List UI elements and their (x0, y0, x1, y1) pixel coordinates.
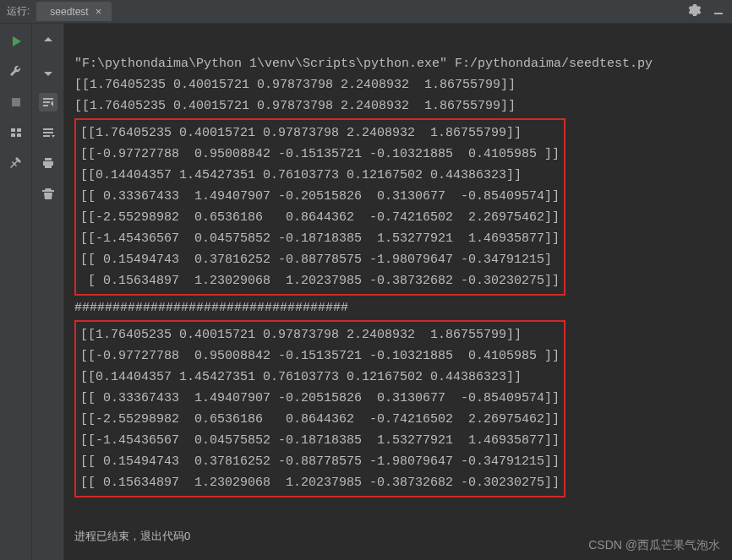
output-line: [[1.76405235 0.40015721 0.97873798 2.240… (74, 99, 516, 113)
run-label: 运行: (0, 4, 36, 19)
svg-rect-1 (12, 98, 20, 106)
print-icon[interactable] (39, 154, 57, 172)
left-toolbar-1 (0, 24, 32, 560)
tab-bar: 运行: seedtest × (0, 0, 732, 24)
minimize-icon[interactable] (712, 3, 725, 20)
console-output[interactable]: "F:\pythondaima\Python 1\venv\Scripts\py… (64, 24, 732, 560)
output-line: [[1.76405235 0.40015721 0.97873798 2.240… (80, 328, 522, 342)
svg-rect-3 (17, 128, 21, 132)
trash-icon[interactable] (39, 184, 57, 203)
output-line: [[ 0.33367433 1.49407907 -0.20515826 0.3… (80, 189, 560, 204)
left-toolbar-2 (32, 24, 64, 560)
output-line: [[-0.97727788 0.95008842 -0.15135721 -0.… (80, 147, 560, 161)
output-line: [[-2.55298982 0.6536186 0.8644362 -0.742… (80, 210, 560, 225)
output-line: [[-1.45436567 0.04575852 -0.18718385 1.5… (80, 433, 560, 448)
output-line: [[ 0.15494743 0.37816252 -0.88778575 -1.… (80, 253, 552, 267)
output-line: [[-0.97727788 0.95008842 -0.15135721 -0.… (80, 349, 560, 363)
layout-icon[interactable] (7, 123, 25, 142)
output-line: [ 0.15634897 1.23029068 1.20237985 -0.38… (80, 274, 560, 288)
wrench-icon[interactable] (7, 63, 25, 81)
output-line: [[1.76405235 0.40015721 0.97873798 2.240… (74, 78, 516, 92)
svg-rect-4 (11, 133, 15, 137)
watermark: CSDN @西瓜芒果气泡水 (588, 538, 720, 553)
scroll-icon[interactable] (39, 123, 57, 142)
highlight-box-1: [[1.76405235 0.40015721 0.97873798 2.240… (74, 118, 565, 296)
pin-icon[interactable] (7, 154, 25, 172)
command-line: "F:\pythondaima\Python 1\venv\Scripts\py… (74, 57, 653, 71)
svg-rect-2 (11, 128, 15, 132)
tab-seedtest[interactable]: seedtest × (36, 2, 112, 21)
output-line: [[ 0.15494743 0.37816252 -0.88778575 -1.… (80, 454, 560, 469)
highlight-box-2: [[1.76405235 0.40015721 0.97873798 2.240… (74, 320, 565, 497)
separator-line: #################################### (74, 301, 348, 315)
output-line: [[0.14404357 1.45427351 0.76103773 0.121… (80, 370, 522, 384)
close-icon[interactable]: × (94, 5, 104, 18)
svg-rect-5 (17, 133, 21, 137)
output-line: [[1.76405235 0.40015721 0.97873798 2.240… (80, 126, 522, 140)
soft-wrap-icon[interactable] (39, 93, 57, 111)
svg-rect-0 (714, 13, 723, 14)
stop-icon[interactable] (7, 93, 25, 111)
up-arrow-icon[interactable] (39, 32, 57, 51)
output-line: [[-1.45436567 0.04575852 -0.18718385 1.5… (80, 231, 560, 246)
output-line: [[ 0.15634897 1.23029068 1.20237985 -0.3… (80, 476, 560, 490)
output-line: [[-2.55298982 0.6536186 0.8644362 -0.742… (80, 412, 560, 427)
run-icon[interactable] (7, 32, 25, 51)
gear-icon[interactable] (688, 3, 702, 20)
main-area: "F:\pythondaima\Python 1\venv\Scripts\py… (0, 24, 732, 560)
output-line: [[ 0.33367433 1.49407907 -0.20515826 0.3… (80, 391, 560, 405)
output-line: [[0.14404357 1.45427351 0.76103773 0.121… (80, 168, 522, 182)
tab-label: seedtest (50, 6, 88, 18)
down-arrow-icon[interactable] (39, 63, 57, 81)
